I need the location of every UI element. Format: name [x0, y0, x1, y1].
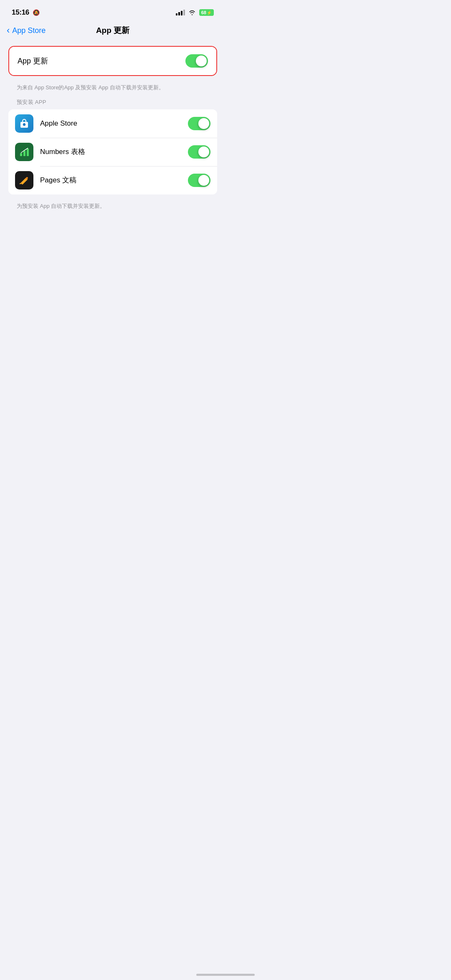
svg-rect-3	[27, 149, 29, 156]
wifi-icon	[188, 10, 196, 15]
app-update-row: App 更新	[9, 47, 216, 75]
toggle-knob	[198, 175, 209, 186]
page-title: App 更新	[96, 25, 129, 36]
svg-rect-2	[23, 151, 25, 156]
numbers-icon	[15, 143, 33, 161]
toggle-knob	[198, 118, 209, 129]
toggle-knob	[196, 56, 207, 66]
back-button[interactable]: ‹ App Store	[7, 26, 46, 35]
content-area: App 更新 为来自 App Store的App 及预安装 App 自动下载并安…	[0, 41, 226, 218]
preinstalled-footer-desc: 为预安装 App 自动下载并安装更新。	[8, 199, 217, 219]
toggle-knob	[198, 146, 209, 157]
numbers-toggle[interactable]	[188, 145, 210, 159]
nav-bar: ‹ App Store App 更新	[0, 22, 226, 41]
status-icons: 68	[176, 9, 214, 16]
list-item: Pages 文稿	[8, 166, 217, 194]
app-update-toggle[interactable]	[185, 54, 208, 68]
apple-store-toggle[interactable]	[188, 117, 210, 130]
apple-store-name: Apple Store	[40, 119, 188, 128]
status-time-area: 15:16 🔕	[12, 8, 40, 17]
preinstalled-section-header: 预安装 APP	[8, 99, 217, 109]
status-bar: 15:16 🔕 68	[0, 0, 226, 22]
pages-name: Pages 文稿	[40, 175, 188, 185]
status-time: 15:16	[12, 8, 29, 16]
svg-rect-1	[20, 153, 22, 156]
app-update-label: App 更新	[18, 56, 48, 66]
mute-icon: 🔕	[33, 9, 40, 16]
signal-icon	[176, 10, 185, 15]
app-update-highlighted-section: App 更新	[8, 46, 217, 76]
pages-toggle[interactable]	[188, 174, 210, 187]
list-item: Numbers 表格	[8, 138, 217, 166]
back-label: App Store	[12, 26, 46, 35]
apple-store-icon	[15, 114, 33, 133]
apps-list: Apple Store Numbers 表格	[8, 109, 217, 194]
numbers-name: Numbers 表格	[40, 147, 188, 157]
battery-icon: 68	[199, 9, 214, 16]
battery-level: 68	[201, 10, 206, 15]
app-update-description: 为来自 App Store的App 及预安装 App 自动下载并安装更新。	[8, 80, 217, 99]
list-item: Apple Store	[8, 109, 217, 138]
back-chevron-icon: ‹	[7, 26, 10, 35]
pages-icon	[15, 171, 33, 189]
